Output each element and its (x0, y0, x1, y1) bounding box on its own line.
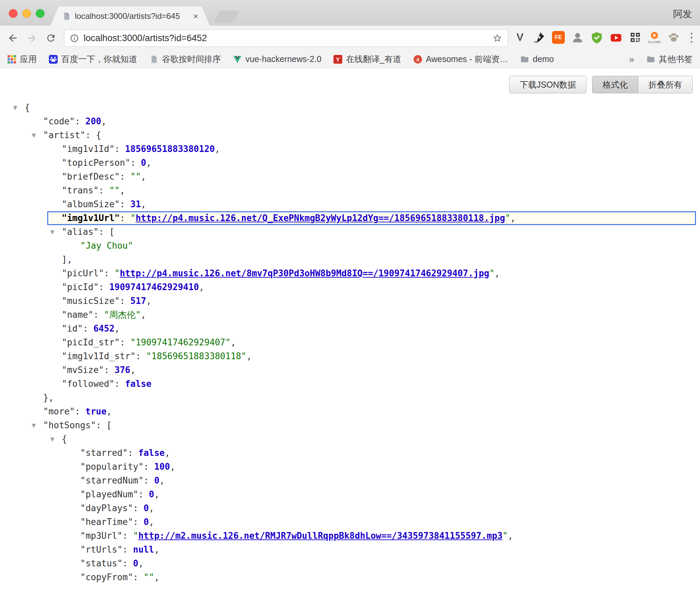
json-line: "starred": false, (0, 446, 700, 460)
json-quote: " (489, 268, 495, 278)
bookmark-item-baidu[interactable]: 百度一下，你就知道 (49, 54, 137, 65)
json-link[interactable]: http://p4.music.126.net/8mv7qP30Pd3oHW8b… (120, 268, 489, 278)
translate-pen-extension-icon[interactable]: en (532, 30, 547, 45)
close-window-button[interactable] (9, 9, 18, 18)
paw-extension-icon[interactable] (666, 30, 681, 45)
player-extension-icon[interactable]: PLAYER (647, 30, 662, 45)
json-bracket: [ (109, 227, 115, 237)
json-key: "artist" (43, 130, 85, 140)
bookmark-label: 百度一下，你就知道 (61, 54, 137, 65)
json-colon: : (115, 379, 125, 389)
json-line: "mvSize": 376, (0, 363, 700, 377)
fehelper-extension-icon[interactable]: FE (551, 30, 566, 45)
json-colon: : (133, 572, 144, 582)
json-link[interactable]: http://p4.music.126.net/Q_ExePNkmgB2yWyL… (136, 213, 505, 223)
json-line: ], (0, 253, 700, 267)
collapse-caret[interactable]: ▼ (50, 225, 54, 239)
bookmark-item-apps[interactable]: 应用 (7, 54, 37, 65)
json-key: "popularity" (80, 462, 144, 472)
svg-text:Y: Y (336, 56, 340, 63)
json-line: "mp3Url": "http://m2.music.126.net/RMJR7… (0, 529, 700, 543)
json-comma: , (130, 365, 136, 375)
json-key: "id" (62, 323, 83, 334)
json-value: 0 (154, 475, 159, 486)
bookmark-label: demo (533, 54, 554, 64)
json-colon: : (99, 185, 109, 195)
download-json-button[interactable]: 下载JSON数据 (509, 76, 586, 93)
bookmark-item-google-sort[interactable]: 谷歌按时间排序 (149, 54, 221, 65)
json-colon: : (136, 351, 146, 361)
site-info-icon[interactable] (70, 34, 79, 43)
bookmark-item-youdao-translate[interactable]: Y 在线翻译_有道 (333, 54, 401, 65)
back-button[interactable] (5, 30, 21, 46)
bookmark-item-awesomes[interactable]: A Awesomes - 前端资… (413, 54, 508, 65)
collapse-caret[interactable]: ▼ (13, 101, 17, 115)
json-line: ▼"alias": [ (0, 225, 700, 239)
json-comma: , (101, 116, 107, 126)
other-bookmarks[interactable]: 其他书签 (646, 54, 693, 65)
json-quote: " (505, 213, 511, 223)
json-key: "dayPlays" (80, 503, 133, 513)
browser-tab[interactable]: localhost:3000/artists?id=645 × (51, 6, 210, 26)
vimium-extension-icon[interactable]: V (513, 30, 527, 45)
json-colon: : (133, 517, 144, 527)
json-link[interactable]: http://m2.music.126.net/RMJR7wDullRqppBk… (138, 531, 502, 541)
json-key: "img1v1Id" (62, 144, 115, 154)
json-colon: : (144, 475, 154, 486)
qrcode-extension-icon[interactable] (628, 30, 643, 45)
json-value: "周杰伦" (104, 310, 141, 320)
json-comma: , (165, 448, 170, 458)
shield-extension-icon[interactable] (589, 30, 604, 45)
collapse-all-button[interactable]: 折叠所有 (638, 76, 693, 93)
json-comma: , (141, 199, 146, 209)
forward-button[interactable] (24, 30, 40, 46)
bookmark-star-icon[interactable] (492, 33, 502, 43)
collapse-caret[interactable]: ▼ (32, 128, 36, 142)
json-comma: , (199, 282, 204, 292)
json-colon: : (75, 116, 85, 126)
json-comma: , (154, 572, 159, 582)
json-comma: , (508, 531, 513, 541)
json-bracket: ], (62, 254, 72, 265)
address-bar[interactable]: localhost:3000/artists?id=6452 (64, 29, 508, 47)
tab-close-icon[interactable]: × (193, 12, 198, 21)
person-extension-icon[interactable] (570, 30, 585, 45)
json-line: "picId": 19097417462929410, (0, 280, 700, 294)
json-key: "code" (43, 116, 75, 126)
apps-grid-icon (7, 55, 16, 64)
json-key: "name" (62, 310, 93, 320)
json-comma: , (231, 337, 236, 347)
chrome-menu-icon[interactable]: ⋮ (686, 30, 697, 44)
youdao-icon: Y (333, 55, 342, 64)
json-line: "popularity": 100, (0, 460, 700, 474)
fullscreen-window-button[interactable] (36, 9, 45, 18)
json-value: true (85, 406, 107, 416)
json-comma: , (120, 185, 125, 195)
json-quote: " (130, 213, 136, 223)
json-line: "img1v1Id": 18569651883380120, (0, 142, 700, 156)
json-key: "rtUrls" (80, 545, 122, 555)
youtube-extension-icon[interactable] (609, 30, 623, 45)
new-tab-button[interactable] (214, 10, 240, 23)
svg-text:en: en (534, 40, 538, 43)
json-key: "hearTime" (80, 517, 133, 527)
bookmarks-overflow-chevron[interactable]: » (629, 54, 634, 65)
json-line: "copyFrom": "", (0, 570, 700, 584)
profile-name[interactable]: 阿发 (673, 8, 692, 21)
json-value: "" (130, 172, 141, 182)
bookmark-label: 在线翻译_有道 (346, 54, 401, 65)
minimize-window-button[interactable] (22, 9, 31, 18)
json-quote: " (133, 531, 139, 541)
json-colon: : (130, 158, 141, 168)
bookmark-item-vue-hackernews[interactable]: vue-hackernews-2.0 (233, 54, 321, 64)
json-value: 100 (154, 462, 170, 472)
collapse-caret[interactable]: ▼ (50, 432, 54, 446)
format-button[interactable]: 格式化 (592, 76, 638, 93)
collapse-caret[interactable]: ▼ (32, 418, 36, 432)
json-comma: , (154, 489, 159, 499)
reload-button[interactable] (43, 30, 59, 46)
bookmark-item-demo[interactable]: demo (520, 54, 554, 64)
json-line: "topicPerson": 0, (0, 156, 700, 170)
json-bracket: { (62, 434, 67, 444)
json-value: false (125, 379, 151, 389)
